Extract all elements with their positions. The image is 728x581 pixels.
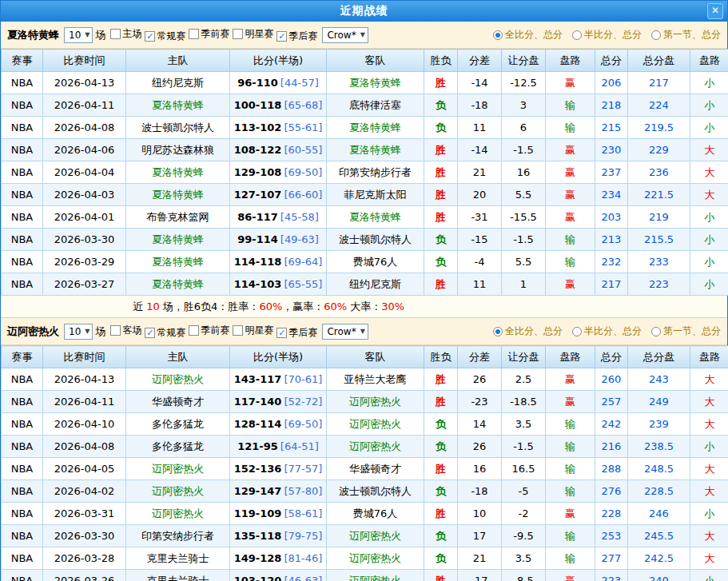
total-result-cell: 大 — [690, 139, 728, 161]
total-cell: 276 — [595, 480, 628, 503]
away-team-cell: 迈阿密热火 — [327, 391, 424, 413]
source-select[interactable]: Crow* ▼ — [322, 27, 368, 43]
column-header: 盘路 — [546, 50, 595, 72]
date-cell: 2026-04-01 — [43, 206, 126, 229]
full-score: 117-140 — [234, 396, 282, 408]
handicap-cell: 2.5 — [502, 368, 546, 391]
total-line-cell: 228.5 — [628, 480, 690, 503]
game-row: NBA2026-03-26克里夫兰骑士103-120[46-63]迈阿密热火胜-… — [2, 570, 728, 581]
total-cell: 234 — [595, 184, 628, 206]
count-select[interactable]: 10 ▼ — [64, 324, 93, 340]
away-team-cell: 底特律活塞 — [327, 94, 424, 117]
total-result-cell: 小 — [690, 503, 728, 525]
home-team-cell: 夏洛特黄蜂 — [126, 229, 230, 251]
league-cell: NBA — [2, 391, 43, 413]
close-button[interactable]: ✕ — [707, 3, 723, 19]
score-cell: 128-114[69-50] — [230, 413, 327, 436]
total-cell: 223 — [595, 570, 628, 581]
handicap-cell: 5.5 — [502, 251, 546, 273]
away-team-cell: 迈阿密热火 — [327, 436, 424, 458]
diff-cell: 11 — [458, 273, 502, 296]
handicap-result-cell: 输 — [546, 94, 595, 117]
league-cell: NBA — [2, 273, 43, 296]
summary-segment: 10 — [146, 300, 160, 312]
league-cell: NBA — [2, 117, 43, 139]
date-cell: 2026-04-04 — [43, 161, 126, 184]
total-result-cell: 大 — [690, 413, 728, 436]
handicap-result-cell: 输 — [546, 117, 595, 139]
record-summary: 近 10 场，胜6负4：胜率：60%，赢率：60% 大率：30% — [1, 296, 727, 318]
column-header: 总分 — [595, 346, 628, 368]
checkbox-明星赛[interactable]: 明星赛 — [233, 324, 273, 337]
handicap-result-cell: 输 — [546, 458, 595, 480]
league-cell: NBA — [2, 413, 43, 436]
diff-cell: 14 — [458, 413, 502, 436]
handicap-cell: -9.5 — [502, 525, 546, 547]
total-cell: 206 — [595, 72, 628, 94]
checkbox-主场[interactable]: 主场 — [110, 27, 141, 41]
checkbox-常规赛[interactable]: ✓常规赛 — [145, 30, 185, 43]
column-header: 让分盘 — [502, 50, 546, 72]
column-header: 总分 — [595, 50, 628, 72]
checkbox-label: 季前赛 — [201, 27, 229, 41]
home-team-cell: 多伦多猛龙 — [126, 436, 230, 458]
radio-label: 第一节、总分 — [663, 28, 721, 42]
handicap-cell: -8.5 — [502, 570, 546, 581]
handicap-result-cell: 赢 — [546, 139, 595, 161]
radio-半比分、总分[interactable]: 半比分、总分 — [572, 324, 642, 338]
total-line-cell: 238.5 — [628, 436, 690, 458]
date-cell: 2026-04-11 — [43, 94, 126, 117]
away-team-cell: 波士顿凯尔特人 — [327, 480, 424, 503]
total-result-cell: 大 — [690, 184, 728, 206]
checkbox-客场[interactable]: 客场 — [110, 324, 141, 337]
checkbox-明星赛[interactable]: 明星赛 — [233, 27, 273, 41]
half-score: [64-51] — [280, 440, 319, 452]
date-cell: 2026-03-31 — [43, 503, 126, 525]
summary-segment: 大率： — [347, 300, 381, 312]
radio-半比分、总分[interactable]: 半比分、总分 — [572, 28, 642, 42]
column-header: 总分盘 — [628, 50, 690, 72]
handicap-cell: 3.5 — [502, 413, 546, 436]
total-cell: 260 — [595, 368, 628, 391]
radio-全比分、总分[interactable]: 全比分、总分 — [493, 28, 563, 42]
total-cell: 230 — [595, 139, 628, 161]
radio-全比分、总分[interactable]: 全比分、总分 — [493, 324, 563, 338]
full-score: 143-117 — [234, 373, 282, 385]
home-team-cell: 华盛顿奇才 — [126, 391, 230, 413]
total-line-cell: 215.5 — [628, 229, 690, 251]
diff-cell: 21 — [458, 547, 502, 570]
half-score: [77-57] — [284, 463, 322, 475]
recent-results-panel: 近期战绩 ✕ 夏洛特黄蜂 10 ▼ 场 主场✓常规赛季前赛明星赛✓季后赛 Cro… — [0, 0, 728, 581]
radio-第一节、总分[interactable]: 第一节、总分 — [651, 28, 721, 42]
diff-cell: -15 — [458, 229, 502, 251]
filterbar-2: 迈阿密热火 10 ▼ 场 客场✓常规赛季前赛明星赛✓季后赛 Crow* ▼ 全比… — [1, 318, 727, 345]
handicap-cell: -1.5 — [502, 139, 546, 161]
total-cell: 217 — [595, 273, 628, 296]
checkbox-季后赛[interactable]: ✓季后赛 — [276, 326, 317, 340]
filter-checkbox-group: 客场✓常规赛季前赛明星赛✓季后赛 — [107, 324, 317, 340]
win-loss-cell: 负 — [424, 436, 458, 458]
checkbox-常规赛[interactable]: ✓常规赛 — [145, 326, 185, 340]
total-result-cell: 大 — [690, 368, 728, 391]
checked-icon: ✓ — [276, 31, 287, 42]
source-select[interactable]: Crow* ▼ — [322, 324, 368, 340]
handicap-cell: 16.5 — [502, 458, 546, 480]
diff-cell: -17 — [458, 570, 502, 581]
count-suffix-label: 场 — [95, 324, 105, 339]
checkbox-季后赛[interactable]: ✓季后赛 — [276, 30, 317, 43]
column-header: 分差 — [458, 50, 502, 72]
away-team-cell: 亚特兰大老鹰 — [327, 368, 424, 391]
checkbox-季前赛[interactable]: 季前赛 — [189, 324, 229, 337]
checkbox-季前赛[interactable]: 季前赛 — [189, 27, 229, 41]
half-score: [60-55] — [284, 144, 322, 156]
total-result-cell: 大 — [690, 161, 728, 184]
half-score: [81-46] — [284, 552, 322, 564]
win-loss-cell: 负 — [424, 94, 458, 117]
win-loss-cell: 胜 — [424, 139, 458, 161]
full-score: 96-110 — [237, 77, 278, 89]
summary-segment: 近 — [133, 300, 146, 312]
count-select[interactable]: 10 ▼ — [64, 27, 93, 43]
radio-第一节、总分[interactable]: 第一节、总分 — [651, 324, 721, 338]
home-team-cell: 印第安纳步行者 — [126, 525, 230, 547]
full-score: 86-117 — [237, 211, 278, 223]
